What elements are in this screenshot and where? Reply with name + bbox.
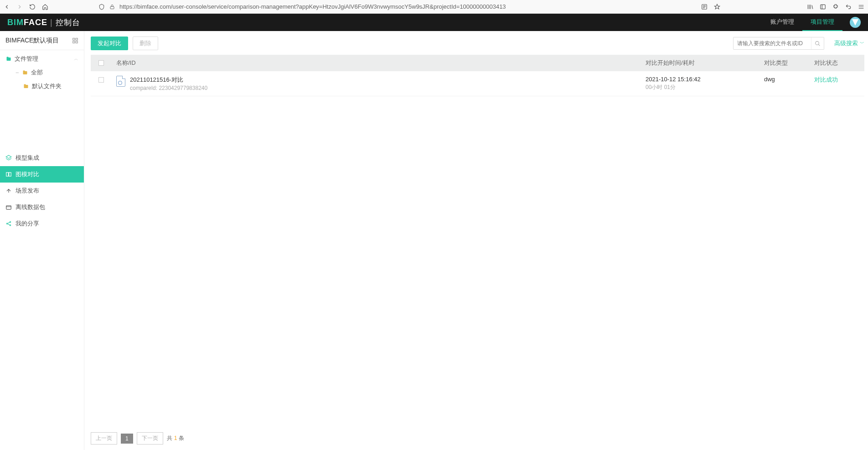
select-all-checkbox[interactable] — [98, 60, 104, 66]
svg-rect-6 — [76, 41, 78, 43]
nav-scene-publish[interactable]: 场景发布 — [0, 183, 84, 199]
table-header: 名称/ID 对比开始时间/耗时 对比类型 对比状态 — [91, 55, 864, 71]
project-selector[interactable]: BIMFACE默认项目 — [0, 31, 84, 50]
compare-table: 名称/ID 对比开始时间/耗时 对比类型 对比状态 202110121516-对… — [91, 55, 864, 96]
th-time: 对比开始时间/耗时 — [646, 59, 764, 67]
tab-account[interactable]: 账户管理 — [762, 14, 802, 31]
reload-icon[interactable] — [29, 4, 36, 10]
tree-file-management[interactable]: 文件管理 ︿ — [0, 52, 84, 66]
bookmark-icon[interactable] — [714, 4, 720, 10]
svg-rect-3 — [73, 38, 75, 40]
page-total: 共1条 — [167, 434, 185, 442]
undo-icon[interactable] — [845, 4, 852, 10]
svg-point-10 — [6, 223, 7, 224]
row-duration: 00小时 01分 — [646, 84, 764, 91]
menu-icon[interactable] — [858, 4, 864, 10]
nav-my-share[interactable]: 我的分享 — [0, 215, 84, 232]
publish-icon — [5, 188, 12, 194]
row-status: 对比成功 — [814, 76, 864, 84]
shield-icon[interactable] — [98, 4, 105, 10]
svg-rect-9 — [6, 206, 11, 209]
file-icon — [116, 76, 125, 87]
nav-label: 我的分享 — [16, 220, 39, 228]
project-name: BIMFACE默认项目 — [5, 37, 59, 45]
logo-console: 控制台 — [56, 17, 80, 28]
folder-icon — [22, 70, 28, 75]
th-name: 名称/ID — [112, 59, 646, 67]
tree-all[interactable]: − 全部 — [7, 66, 84, 79]
search-icon[interactable] — [811, 37, 824, 49]
prev-page-button[interactable]: 上一页 — [91, 432, 117, 445]
svg-rect-0 — [110, 6, 114, 9]
nav-label: 图模对比 — [16, 170, 39, 178]
chevron-up-icon: ︿ — [74, 56, 78, 62]
row-type: dwg — [764, 76, 814, 83]
browser-toolbar: https://bimface.com/user-console/service… — [0, 0, 868, 14]
svg-rect-2 — [821, 5, 826, 9]
delete-button[interactable]: 删除 — [133, 37, 158, 50]
th-status: 对比状态 — [814, 59, 864, 67]
tab-project[interactable]: 项目管理 — [802, 14, 842, 31]
svg-point-13 — [816, 41, 819, 45]
tree-default-folder[interactable]: 默认文件夹 — [7, 79, 84, 93]
nav-label: 模型集成 — [16, 154, 39, 162]
sidebar: BIMFACE默认项目 文件管理 ︿ − 全部 — [0, 31, 84, 450]
advanced-search-label: 高级搜索 — [834, 39, 858, 47]
svg-rect-5 — [73, 41, 75, 43]
search-input[interactable] — [734, 40, 811, 47]
layers-icon — [5, 155, 12, 161]
share-icon — [5, 220, 12, 227]
folder-icon — [5, 56, 12, 62]
logo-face: FACE — [24, 18, 47, 27]
svg-rect-8 — [9, 173, 11, 176]
forward-icon[interactable] — [16, 4, 23, 10]
page-number[interactable]: 1 — [121, 434, 133, 444]
nav-compare[interactable]: 图模对比 — [0, 166, 84, 183]
minus-icon: − — [16, 69, 19, 76]
search-box[interactable] — [733, 37, 824, 50]
toolbar: 发起对比 删除 高级搜索 ﹀ — [91, 37, 864, 50]
tree-label: 文件管理 — [15, 55, 38, 63]
row-checkbox[interactable] — [98, 77, 104, 83]
nav-offline-package[interactable]: 离线数据包 — [0, 199, 84, 215]
reader-icon[interactable] — [701, 4, 708, 10]
tree-label: 默认文件夹 — [32, 82, 62, 90]
lock-icon[interactable] — [109, 4, 115, 10]
row-name: 202110121516-对比 — [130, 76, 207, 84]
table-row[interactable]: 202110121516-对比 compareId: 2230429779838… — [91, 71, 864, 96]
compare-icon — [5, 171, 12, 178]
folder-icon — [23, 84, 29, 89]
main-content: 发起对比 删除 高级搜索 ﹀ 名称/ID 对比开始时间/耗时 对比类型 对比状态 — [84, 31, 868, 450]
back-icon[interactable] — [4, 4, 10, 10]
chevron-down-icon: ﹀ — [860, 40, 864, 47]
sidebar-toggle-icon[interactable] — [820, 4, 826, 10]
nav-label: 离线数据包 — [16, 203, 45, 211]
svg-point-11 — [10, 221, 10, 222]
tree-label: 全部 — [31, 68, 43, 77]
url-text[interactable]: https://bimface.com/user-console/service… — [119, 3, 506, 10]
row-id: compareId: 2230429779838240 — [130, 85, 207, 91]
logo-bim: BIM — [7, 18, 24, 27]
pagination: 上一页 1 下一页 共1条 — [91, 428, 864, 446]
avatar[interactable] — [850, 17, 861, 28]
package-icon — [5, 204, 12, 210]
library-icon[interactable] — [807, 4, 813, 10]
advanced-search-link[interactable]: 高级搜索 ﹀ — [834, 39, 864, 47]
svg-rect-7 — [6, 173, 9, 176]
home-icon[interactable] — [42, 4, 48, 10]
svg-point-12 — [10, 225, 10, 225]
th-type: 对比类型 — [764, 59, 814, 67]
extension-icon[interactable] — [832, 4, 839, 10]
logo[interactable]: BIMFACE | 控制台 — [7, 17, 80, 28]
row-time: 2021-10-12 15:16:42 — [646, 76, 764, 83]
grid-icon[interactable] — [72, 37, 78, 44]
nav-label: 场景发布 — [16, 187, 39, 195]
app-header: BIMFACE | 控制台 账户管理 项目管理 — [0, 14, 868, 31]
svg-rect-4 — [76, 38, 78, 40]
nav-model-integration[interactable]: 模型集成 — [0, 150, 84, 166]
next-page-button[interactable]: 下一页 — [137, 432, 163, 445]
start-compare-button[interactable]: 发起对比 — [91, 37, 128, 50]
